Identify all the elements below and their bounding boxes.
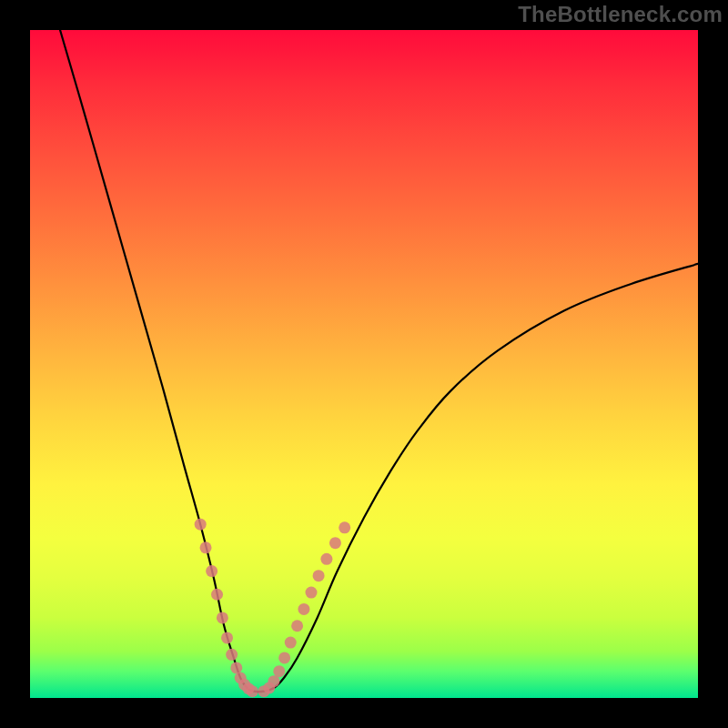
highlight-dot — [306, 587, 318, 599]
highlight-dot — [217, 612, 228, 623]
highlight-dot — [211, 589, 223, 601]
highlight-dot — [226, 649, 238, 661]
highlight-dot — [320, 553, 332, 565]
chart-stage: TheBottleneck.com — [0, 0, 728, 728]
highlight-dots-right — [258, 521, 350, 697]
highlight-dot — [247, 685, 258, 697]
highlight-dot — [298, 603, 309, 615]
plot-area — [30, 30, 698, 698]
highlight-dots-left — [195, 519, 258, 698]
highlight-dot — [339, 521, 350, 533]
bottleneck-curve — [60, 30, 698, 692]
highlight-dot — [195, 519, 207, 531]
chart-svg — [30, 30, 698, 698]
highlight-dot — [273, 665, 285, 677]
highlight-dot — [285, 637, 297, 649]
highlight-dot — [221, 632, 233, 643]
highlight-dot — [313, 570, 325, 581]
highlight-dot — [329, 537, 341, 549]
highlight-dot — [278, 652, 290, 663]
highlight-dot — [268, 675, 279, 687]
highlight-dot — [291, 620, 303, 632]
watermark-text: TheBottleneck.com — [518, 2, 723, 27]
highlight-dot — [200, 541, 212, 553]
highlight-dot — [206, 565, 217, 577]
